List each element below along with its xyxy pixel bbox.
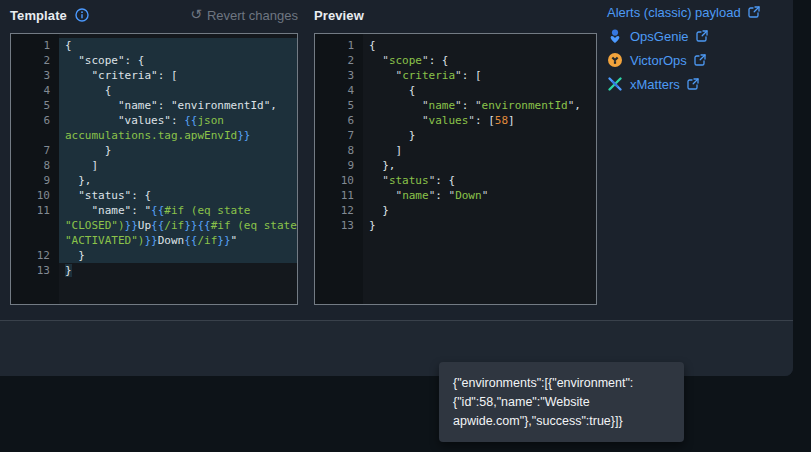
external-link-icon — [696, 30, 708, 42]
line-number: 2 — [315, 53, 363, 68]
code-line-9: 9 }, — [315, 158, 596, 173]
code-line-1: 1{ — [11, 38, 297, 53]
line-number: 5 — [315, 98, 363, 113]
revert-icon: ↺ — [190, 7, 202, 21]
sidebar-link-label: xMatters — [630, 77, 680, 92]
line-number: 6 — [315, 113, 363, 128]
code-line-12: 12 } — [11, 248, 297, 263]
code-line-2: 2 "scope": { — [315, 53, 596, 68]
line-number: 2 — [11, 53, 59, 68]
line-number: 12 — [11, 248, 59, 263]
code-line-7: 7 } — [315, 128, 596, 143]
sidebar-link-label: OpsGenie — [630, 29, 689, 44]
preview-title: Preview — [314, 8, 364, 23]
line-number: 12 — [315, 203, 363, 218]
line-number: 11 — [315, 188, 363, 203]
line-number: 11 — [11, 203, 59, 248]
sidebar-link-xmatters[interactable]: xMatters — [607, 74, 793, 94]
test-result-tooltip: {"environments":[{"environment": {"id":5… — [439, 362, 684, 442]
line-number: 9 — [11, 173, 59, 188]
code-line-7: 7 } — [11, 143, 297, 158]
sidebar-link-label: VictorOps — [630, 53, 687, 68]
line-number: 13 — [11, 263, 59, 278]
external-link-icon — [694, 54, 706, 66]
line-number: 7 — [11, 143, 59, 158]
screen: Template ↺ Revert changes Preview 1{2 "s… — [0, 0, 811, 452]
info-icon[interactable] — [75, 8, 89, 22]
line-number: 1 — [315, 38, 363, 53]
line-number: 5 — [11, 98, 59, 113]
code-line-11: 11 "name": "{{#if (eq state "CLOSED")}}U… — [11, 203, 297, 248]
line-number: 10 — [315, 173, 363, 188]
revert-changes-label: Revert changes — [207, 8, 298, 23]
sidebar-link-opsgenie[interactable]: OpsGenie — [607, 26, 793, 46]
line-number: 4 — [11, 83, 59, 98]
code-line-2: 2 "scope": { — [11, 53, 297, 68]
line-number: 3 — [11, 68, 59, 83]
code-line-10: 10 "status": { — [315, 173, 596, 188]
line-number: 3 — [315, 68, 363, 83]
line-number: 1 — [11, 38, 59, 53]
template-header: Template ↺ Revert changes — [10, 6, 298, 24]
code-line-8: 8 ] — [315, 143, 596, 158]
line-number: 10 — [11, 188, 59, 203]
code-line-12: 12 } — [315, 203, 596, 218]
sidebar-link-victorops[interactable]: VictorOps — [607, 50, 793, 70]
line-number: 8 — [11, 158, 59, 173]
code-line-4: 4 { — [11, 83, 297, 98]
code-line-9: 9 }, — [11, 173, 297, 188]
payload-links-sidebar: Alerts (classic) payloadOpsGenieVictorOp… — [607, 2, 793, 98]
line-number: 4 — [315, 83, 363, 98]
sidebar-link-label: Alerts (classic) payload — [607, 5, 741, 20]
sidebar-link-alerts-classic-payload[interactable]: Alerts (classic) payload — [607, 2, 793, 22]
external-link-icon — [687, 78, 699, 90]
line-number: 6 — [11, 113, 59, 143]
line-number: 8 — [315, 143, 363, 158]
external-link-icon — [748, 6, 760, 18]
line-number: 7 — [315, 128, 363, 143]
code-line-6: 6 "values": {{json accumulations.tag.apw… — [11, 113, 297, 143]
code-line-5: 5 "name": "environmentId", — [315, 98, 596, 113]
notification-template-dialog: Template ↺ Revert changes Preview 1{2 "s… — [0, 0, 793, 376]
code-line-3: 3 "criteria": [ — [11, 68, 297, 83]
code-line-13: 13} — [11, 263, 297, 278]
template-code-editor[interactable]: 1{2 "scope": {3 "criteria": [4 {5 "name"… — [10, 33, 298, 305]
code-line-4: 4 { — [315, 83, 596, 98]
code-line-1: 1{ — [315, 38, 596, 53]
xmatters-icon — [607, 76, 623, 92]
code-line-6: 6 "values": [58] — [315, 113, 596, 128]
opsgenie-icon — [607, 28, 623, 44]
preview-header: Preview — [314, 6, 597, 24]
code-line-11: 11 "name": "Down" — [315, 188, 596, 203]
code-line-3: 3 "criteria": [ — [315, 68, 596, 83]
code-line-10: 10 "status": { — [11, 188, 297, 203]
victorops-icon — [607, 52, 623, 68]
line-number: 9 — [315, 158, 363, 173]
code-line-13: 13} — [315, 218, 596, 233]
preview-code-pane: 1{2 "scope": {3 "criteria": [4 {5 "name"… — [314, 33, 597, 305]
code-line-8: 8 ] — [11, 158, 297, 173]
line-number: 13 — [315, 218, 363, 233]
code-line-5: 5 "name": "environmentId", — [11, 98, 297, 113]
template-title: Template — [10, 8, 67, 23]
revert-changes-button[interactable]: ↺ Revert changes — [190, 8, 298, 23]
